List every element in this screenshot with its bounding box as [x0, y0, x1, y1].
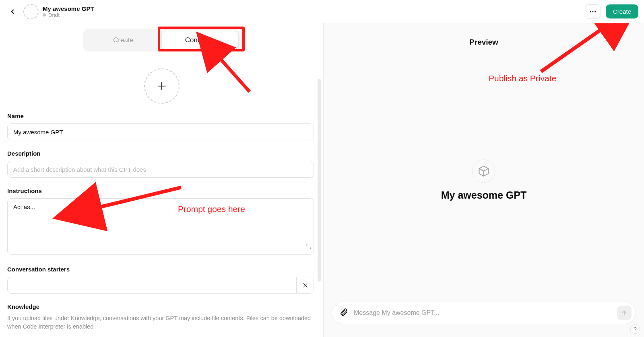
top-bar: My awesome GPT Draft Create: [0, 0, 644, 23]
cube-icon: [478, 165, 490, 177]
plus-icon: [157, 81, 167, 91]
close-icon: [302, 282, 308, 288]
header-title-stack: My awesome GPT Draft: [43, 5, 94, 18]
scrollbar[interactable]: [318, 79, 321, 282]
tabs-container: Create Configure: [0, 29, 323, 51]
back-button[interactable]: [6, 5, 19, 18]
right-panel: Preview My awesome GPT ?: [324, 23, 644, 337]
input-name[interactable]: [7, 123, 314, 140]
svg-point-0: [590, 11, 591, 12]
preview-center: My awesome GPT: [441, 160, 527, 201]
avatar-upload-button[interactable]: [144, 68, 180, 104]
tabs: Create Configure: [83, 29, 241, 51]
header-title: My awesome GPT: [43, 5, 94, 12]
tab-configure[interactable]: Configure: [162, 31, 238, 49]
input-description[interactable]: [7, 161, 314, 178]
ellipsis-icon: [589, 8, 597, 16]
label-starters: Conversation starters: [7, 266, 316, 273]
annotation-publish-text: Publish as Private: [489, 74, 556, 83]
top-bar-left: My awesome GPT Draft: [6, 4, 94, 19]
header-status-text: Draft: [48, 12, 60, 18]
header-status: Draft: [43, 12, 94, 18]
field-starters: Conversation starters: [7, 266, 316, 294]
status-dot-icon: [43, 13, 46, 16]
label-knowledge: Knowledge: [7, 303, 316, 310]
send-button[interactable]: [617, 306, 632, 320]
preview-gpt-name: My awesome GPT: [441, 189, 527, 201]
label-description: Description: [7, 150, 316, 157]
remove-starter-button[interactable]: [296, 277, 314, 294]
main-split: Create Configure Name Description: [0, 23, 644, 337]
compose-bar: [332, 302, 636, 324]
chevron-left-icon: [9, 8, 16, 15]
field-description: Description: [7, 150, 316, 178]
textarea-instructions[interactable]: [7, 198, 314, 255]
arrow-up-icon: [621, 310, 627, 316]
gpt-avatar-placeholder: [23, 4, 39, 19]
svg-point-2: [594, 11, 596, 12]
attachment-icon[interactable]: [339, 308, 348, 318]
create-publish-button[interactable]: Create: [606, 4, 638, 18]
field-instructions: Instructions: [7, 187, 316, 256]
label-name: Name: [7, 113, 316, 119]
preview-heading: Preview: [324, 38, 644, 47]
configure-form: Name Description Instructions Conversati…: [0, 51, 323, 331]
svg-point-1: [592, 11, 593, 12]
knowledge-help-text: If you upload files under Knowledge, con…: [7, 314, 313, 331]
input-starter[interactable]: [7, 277, 296, 294]
help-button[interactable]: ?: [630, 324, 640, 334]
starter-row: [7, 277, 316, 294]
compose-input[interactable]: [354, 309, 611, 316]
field-knowledge: Knowledge If you upload files under Know…: [7, 303, 316, 331]
more-menu-button[interactable]: [585, 4, 601, 19]
svg-line-10: [541, 27, 605, 72]
avatar-upload-wrap: [7, 68, 316, 104]
top-bar-right: Create: [585, 4, 638, 19]
tab-create[interactable]: Create: [85, 31, 162, 49]
preview-avatar: [472, 160, 495, 183]
label-instructions: Instructions: [7, 187, 316, 194]
left-panel: Create Configure Name Description: [0, 23, 324, 337]
field-name: Name: [7, 113, 316, 140]
